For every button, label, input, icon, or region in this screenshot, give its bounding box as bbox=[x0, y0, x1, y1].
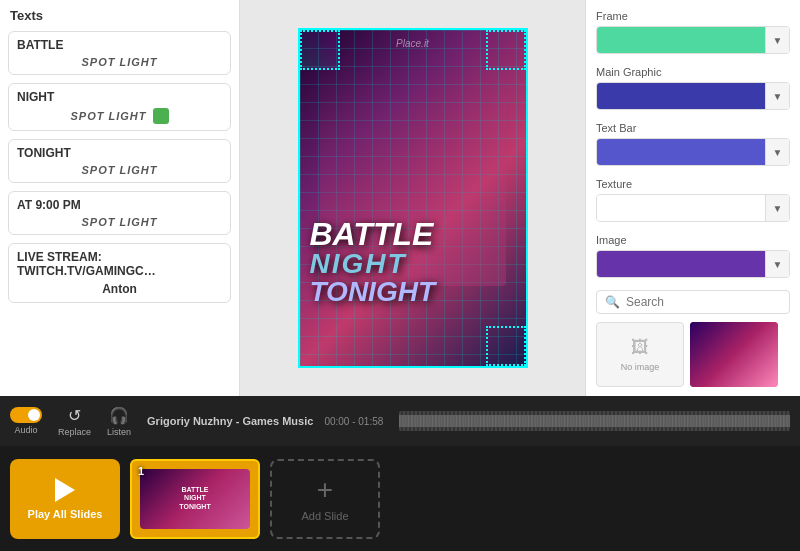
toggle-switch[interactable] bbox=[10, 407, 42, 423]
text-item-time[interactable]: AT 9:00 PM SPOT LIGHT bbox=[8, 191, 231, 235]
text-item-sub-3: SPOT LIGHT bbox=[17, 164, 222, 176]
bottom-toolbar: Audio ↺ Replace 🎧 Listen Grigoriy Nuzhny… bbox=[0, 396, 800, 446]
main-graphic-dropdown-arrow[interactable]: ▼ bbox=[765, 83, 789, 109]
toggle-knob bbox=[28, 409, 40, 421]
add-slide-label: Add Slide bbox=[301, 510, 348, 522]
waveform-bar bbox=[399, 415, 790, 427]
image-section: Image ▼ bbox=[596, 234, 790, 278]
slide-number-1: 1 bbox=[138, 465, 144, 477]
canvas-battle-text: BATTLE bbox=[310, 218, 516, 250]
text-item-main-2: NIGHT bbox=[17, 90, 222, 104]
texts-title: Texts bbox=[8, 8, 231, 23]
texture-section: Texture ▼ bbox=[596, 178, 790, 222]
headphone-icon: 🎧 bbox=[109, 406, 129, 425]
main-graphic-label: Main Graphic bbox=[596, 66, 790, 78]
play-icon bbox=[55, 478, 75, 502]
track-info: Grigoriy Nuzhny - Games Music 00:00 - 01… bbox=[147, 415, 383, 427]
text-item-battle[interactable]: BATTLE SPOT LIGHT bbox=[8, 31, 231, 75]
audio-toggle[interactable]: Audio bbox=[10, 407, 42, 435]
slide-thumb-text-1: BATTLENIGHTTONIGHT bbox=[179, 486, 210, 511]
waveform-container[interactable] bbox=[399, 411, 790, 431]
play-all-label: Play All Slides bbox=[28, 508, 103, 520]
track-name: Grigoriy Nuzhny - Games Music bbox=[147, 415, 313, 427]
text-bar-color-select[interactable]: ▼ bbox=[596, 138, 790, 166]
image-label: Image bbox=[596, 234, 790, 246]
texture-color-select[interactable]: ▼ bbox=[596, 194, 790, 222]
text-bar-label: Text Bar bbox=[596, 122, 790, 134]
text-item-body-5: Anton bbox=[17, 282, 222, 296]
canvas-logo: Place.it bbox=[396, 38, 429, 49]
texture-color-swatch bbox=[597, 195, 765, 221]
text-item-main-1: BATTLE bbox=[17, 38, 222, 52]
canvas-title-area: BATTLE NIGHT TONIGHT bbox=[310, 218, 516, 306]
no-image-text: No image bbox=[621, 362, 660, 372]
track-time: 00:00 - 01:58 bbox=[324, 416, 383, 427]
canvas-night-text: NIGHT bbox=[310, 250, 516, 278]
text-item-main-4: AT 9:00 PM bbox=[17, 198, 222, 212]
frame-dropdown-arrow[interactable]: ▼ bbox=[765, 27, 789, 53]
plus-icon: + bbox=[317, 476, 333, 504]
text-bar-dropdown-arrow[interactable]: ▼ bbox=[765, 139, 789, 165]
play-all-button[interactable]: Play All Slides bbox=[10, 459, 120, 539]
green-badge bbox=[153, 108, 169, 124]
main-graphic-section: Main Graphic ▼ bbox=[596, 66, 790, 110]
listen-label: Listen bbox=[107, 427, 131, 437]
main-area: Texts BATTLE SPOT LIGHT NIGHT SPOT LIGHT… bbox=[0, 0, 800, 396]
slide-thumb-inner-1: BATTLENIGHTTONIGHT bbox=[140, 469, 250, 529]
frame-color-swatch bbox=[597, 27, 765, 53]
no-image-icon: 🖼 bbox=[631, 337, 649, 358]
text-item-night[interactable]: NIGHT SPOT LIGHT bbox=[8, 83, 231, 131]
image-thumb-inner-1 bbox=[690, 322, 778, 387]
image-thumb-1[interactable] bbox=[690, 322, 778, 387]
left-panel: Texts BATTLE SPOT LIGHT NIGHT SPOT LIGHT… bbox=[0, 0, 240, 396]
replace-label: Replace bbox=[58, 427, 91, 437]
canvas-tonight-text: TONIGHT bbox=[310, 278, 516, 306]
texture-dropdown-arrow[interactable]: ▼ bbox=[765, 195, 789, 221]
no-image-placeholder: 🖼 No image bbox=[596, 322, 684, 387]
spotlight-text-2: SPOT LIGHT bbox=[71, 110, 147, 122]
center-canvas: Place.it BATTLE NIGHT TONIGHT bbox=[240, 0, 585, 396]
frame-color-select[interactable]: ▼ bbox=[596, 26, 790, 54]
audio-label: Audio bbox=[14, 425, 37, 435]
text-item-sub-4: SPOT LIGHT bbox=[17, 216, 222, 228]
replace-icon: ↺ bbox=[68, 406, 81, 425]
add-slide-button[interactable]: + Add Slide bbox=[270, 459, 380, 539]
search-input[interactable] bbox=[626, 295, 781, 309]
text-item-sub-1: SPOT LIGHT bbox=[17, 56, 222, 68]
text-item-main-5: LIVE STREAM: TWITCH.TV/GAMINGC… bbox=[17, 250, 222, 278]
canvas-image: Place.it BATTLE NIGHT TONIGHT bbox=[298, 28, 528, 368]
main-graphic-color-swatch bbox=[597, 83, 765, 109]
text-bar-section: Text Bar ▼ bbox=[596, 122, 790, 166]
right-panel: Frame ▼ Main Graphic ▼ Text Bar ▼ Textur… bbox=[585, 0, 800, 396]
text-item-sub-2: SPOT LIGHT bbox=[17, 108, 222, 124]
texture-label: Texture bbox=[596, 178, 790, 190]
image-grid: 🖼 No image bbox=[596, 322, 790, 387]
search-icon: 🔍 bbox=[605, 295, 620, 309]
image-color-select[interactable]: ▼ bbox=[596, 250, 790, 278]
main-graphic-color-select[interactable]: ▼ bbox=[596, 82, 790, 110]
frame-section: Frame ▼ bbox=[596, 10, 790, 54]
image-dropdown-arrow[interactable]: ▼ bbox=[765, 251, 789, 277]
frame-label: Frame bbox=[596, 10, 790, 22]
text-item-main-3: TONIGHT bbox=[17, 146, 222, 160]
text-item-tonight[interactable]: TONIGHT SPOT LIGHT bbox=[8, 139, 231, 183]
text-bar-color-swatch bbox=[597, 139, 765, 165]
text-item-stream[interactable]: LIVE STREAM: TWITCH.TV/GAMINGC… Anton bbox=[8, 243, 231, 303]
image-color-swatch bbox=[597, 251, 765, 277]
canvas-pixels-br bbox=[486, 326, 526, 366]
slide-thumb-1[interactable]: 1 BATTLENIGHTTONIGHT bbox=[130, 459, 260, 539]
listen-button[interactable]: 🎧 Listen bbox=[107, 406, 131, 437]
slides-bar: Play All Slides 1 BATTLENIGHTTONIGHT + A… bbox=[0, 446, 800, 551]
replace-button[interactable]: ↺ Replace bbox=[58, 406, 91, 437]
image-search-box[interactable]: 🔍 bbox=[596, 290, 790, 314]
